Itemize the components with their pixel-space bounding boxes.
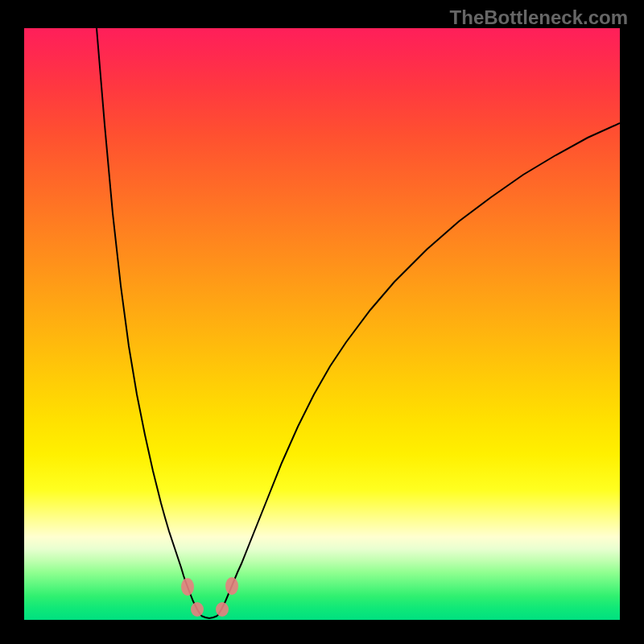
left-curve <box>97 28 201 616</box>
right-curve <box>217 123 620 616</box>
flat-bottom <box>201 616 217 618</box>
marker-dot-3 <box>216 602 229 617</box>
marker-dot-0 <box>181 578 194 596</box>
chart-svg <box>24 28 620 620</box>
markers-group <box>181 577 238 617</box>
chart-gradient-background <box>24 28 620 620</box>
marker-dot-1 <box>225 577 238 595</box>
watermark-text: TheBottleneck.com <box>450 6 628 29</box>
marker-dot-2 <box>191 602 204 617</box>
